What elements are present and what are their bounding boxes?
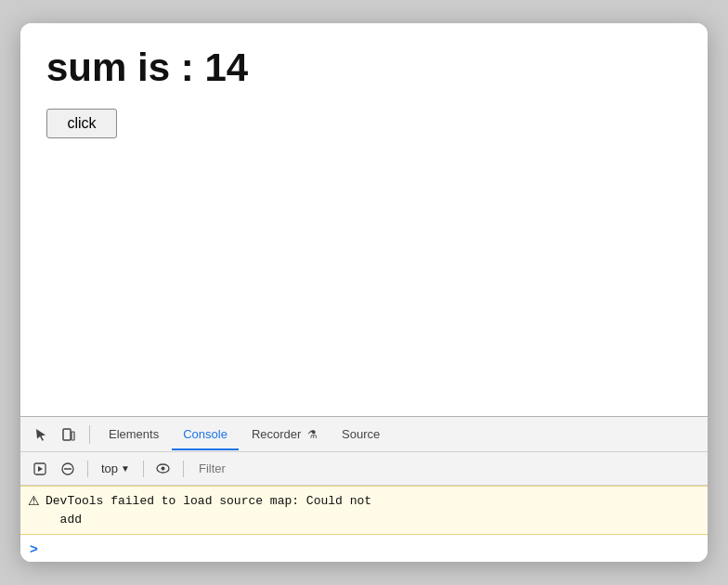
console-input[interactable] xyxy=(42,541,698,555)
toolbar-separator-2 xyxy=(143,461,144,477)
warning-message: DevTools failed to load source map: Coul… xyxy=(46,492,371,528)
eye-icon-btn[interactable] xyxy=(151,457,176,481)
cursor-icon-btn[interactable] xyxy=(28,422,54,448)
tab-recorder[interactable]: Recorder ⚗ xyxy=(240,420,329,450)
recorder-flask-icon: ⚗ xyxy=(307,428,318,441)
prompt-arrow: > xyxy=(30,540,38,556)
tab-elements[interactable]: Elements xyxy=(98,420,170,450)
chevron-down-icon: ▼ xyxy=(121,463,130,474)
svg-rect-0 xyxy=(63,429,71,440)
play-icon-btn[interactable] xyxy=(28,457,52,481)
console-warning-row: ⚠ DevTools failed to load source map: Co… xyxy=(20,486,708,535)
console-output: ⚠ DevTools failed to load source map: Co… xyxy=(20,486,708,562)
svg-point-7 xyxy=(162,467,165,471)
devtools-toolbar: top ▼ xyxy=(20,452,708,486)
svg-marker-3 xyxy=(38,466,43,472)
clear-icon-btn[interactable] xyxy=(56,457,80,481)
tab-source[interactable]: Source xyxy=(331,420,391,450)
click-button[interactable]: click xyxy=(46,109,117,138)
tab-console[interactable]: Console xyxy=(172,420,239,450)
page-area: sum is : 14 click xyxy=(20,23,708,416)
device-icon-btn[interactable] xyxy=(56,422,82,448)
filter-input[interactable] xyxy=(191,459,700,478)
svg-rect-1 xyxy=(72,432,74,440)
devtools-panel: Elements Console Recorder ⚗ Source xyxy=(20,416,708,562)
warning-icon: ⚠ xyxy=(28,493,40,508)
browser-window: sum is : 14 click Elements Console xyxy=(20,23,708,562)
tab-separator-1 xyxy=(89,425,90,444)
console-prompt-row: > xyxy=(20,535,708,562)
top-label: top xyxy=(101,462,118,475)
toolbar-separator-3 xyxy=(183,461,184,477)
sum-display: sum is : 14 xyxy=(46,46,682,90)
devtools-tab-bar: Elements Console Recorder ⚗ Source xyxy=(20,417,708,452)
top-context-dropdown[interactable]: top ▼ xyxy=(96,460,136,477)
toolbar-separator-1 xyxy=(87,461,88,477)
